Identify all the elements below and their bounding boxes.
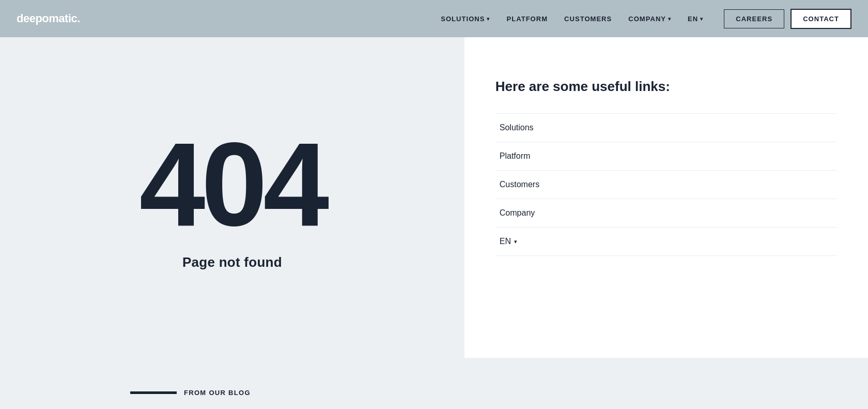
navigation: deepomatic. SOLUTIONS ▾ PLATFORM CUSTOME… [0, 0, 868, 37]
nav-link-company[interactable]: COMPANY ▾ [628, 15, 671, 23]
logo-text: deepomatic. [17, 12, 80, 25]
nav-links: SOLUTIONS ▾ PLATFORM CUSTOMERS COMPANY ▾… [441, 15, 703, 23]
list-item[interactable]: Solutions [495, 113, 837, 142]
nav-link-en[interactable]: EN ▾ [688, 15, 703, 23]
link-platform[interactable]: Platform [495, 142, 837, 170]
logo[interactable]: deepomatic. [17, 12, 80, 25]
nav-item-customers[interactable]: CUSTOMERS [564, 15, 612, 23]
link-en[interactable]: EN ▾ [495, 228, 837, 255]
contact-button[interactable]: CONTACT [791, 9, 851, 29]
link-company[interactable]: Company [495, 199, 837, 227]
useful-links-panel: Here are some useful links: Solutions Pl… [464, 37, 868, 358]
blog-section: FROM OUR BLOG DECODING THE SUSTAINABLE D… [0, 358, 868, 409]
careers-button[interactable]: CAREERS [724, 9, 784, 28]
chevron-down-icon: ▾ [514, 238, 517, 245]
chevron-down-icon: ▾ [700, 16, 703, 22]
list-item[interactable]: Platform [495, 142, 837, 171]
nav-link-solutions[interactable]: SOLUTIONS ▾ [441, 15, 490, 23]
nav-item-en[interactable]: EN ▾ [688, 15, 703, 23]
blog-title: DECODING THE SUSTAINABLE DIGITAL NEWS [130, 406, 420, 409]
chevron-down-icon: ▾ [487, 16, 490, 22]
blog-tag-text: FROM OUR BLOG [184, 389, 251, 397]
list-item[interactable]: EN ▾ [495, 228, 837, 256]
nav-item-platform[interactable]: PLATFORM [507, 15, 548, 23]
list-item[interactable]: Company [495, 199, 837, 228]
link-customers[interactable]: Customers [495, 171, 837, 199]
error-panel: 404 Page not found [0, 37, 464, 358]
list-item[interactable]: Customers [495, 171, 837, 199]
nav-item-company[interactable]: COMPANY ▾ [628, 15, 671, 23]
nav-right-buttons: CAREERS CONTACT [724, 9, 851, 29]
nav-item-solutions[interactable]: SOLUTIONS ▾ [441, 15, 490, 23]
blog-tag-line [130, 391, 177, 394]
useful-links-list: Solutions Platform Customers Company [495, 113, 837, 256]
error-code: 404 [140, 125, 326, 244]
error-message: Page not found [182, 254, 282, 270]
nav-link-platform[interactable]: PLATFORM [507, 15, 548, 23]
page-body: 404 Page not found Here are some useful … [0, 37, 868, 358]
useful-links-heading: Here are some useful links: [495, 79, 837, 95]
chevron-down-icon: ▾ [668, 16, 671, 22]
link-solutions[interactable]: Solutions [495, 114, 837, 142]
blog-tag-row: FROM OUR BLOG [130, 389, 847, 397]
nav-link-customers[interactable]: CUSTOMERS [564, 15, 612, 23]
